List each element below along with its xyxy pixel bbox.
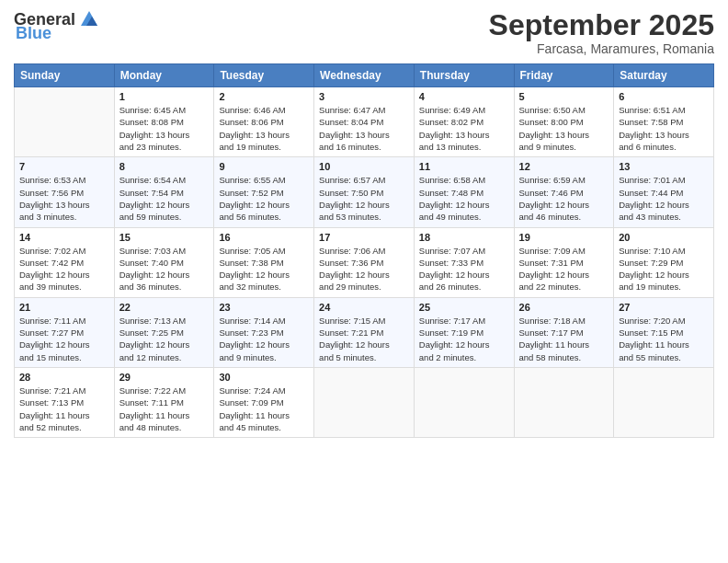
day-info: Sunrise: 7:14 AMSunset: 7:23 PMDaylight:…	[219, 315, 309, 363]
day-number: 23	[219, 302, 309, 313]
day-info: Sunrise: 6:50 AMSunset: 8:00 PMDaylight:…	[519, 104, 609, 153]
calendar-cell: 16Sunrise: 7:05 AMSunset: 7:38 PMDayligh…	[214, 227, 314, 297]
day-number: 20	[619, 232, 709, 243]
weekday-header-friday: Friday	[514, 64, 614, 87]
calendar-cell: 26Sunrise: 7:18 AMSunset: 7:17 PMDayligh…	[514, 297, 614, 367]
day-number: 8	[119, 161, 210, 172]
day-number: 28	[19, 372, 109, 383]
day-info: Sunrise: 7:11 AMSunset: 7:27 PMDaylight:…	[19, 315, 109, 363]
weekday-header-wednesday: Wednesday	[314, 64, 415, 87]
day-info: Sunrise: 6:53 AMSunset: 7:56 PMDaylight:…	[19, 174, 109, 223]
day-info: Sunrise: 6:51 AMSunset: 7:58 PMDaylight:…	[619, 104, 709, 153]
day-info: Sunrise: 6:57 AMSunset: 7:50 PMDaylight:…	[319, 174, 409, 223]
weekday-header-row: SundayMondayTuesdayWednesdayThursdayFrid…	[15, 64, 714, 87]
weekday-header-saturday: Saturday	[614, 64, 714, 87]
day-info: Sunrise: 6:46 AMSunset: 8:06 PMDaylight:…	[219, 104, 309, 153]
day-info: Sunrise: 6:54 AMSunset: 7:54 PMDaylight:…	[119, 174, 210, 223]
logo-icon	[79, 9, 99, 29]
day-info: Sunrise: 7:20 AMSunset: 7:15 PMDaylight:…	[619, 315, 709, 363]
day-number: 2	[219, 91, 309, 102]
day-info: Sunrise: 7:24 AMSunset: 7:09 PMDaylight:…	[219, 385, 309, 433]
day-number: 22	[119, 302, 210, 313]
day-number: 24	[319, 302, 409, 313]
calendar-cell: 19Sunrise: 7:09 AMSunset: 7:31 PMDayligh…	[514, 227, 614, 297]
day-number: 13	[619, 161, 709, 172]
calendar-cell: 24Sunrise: 7:15 AMSunset: 7:21 PMDayligh…	[314, 297, 415, 367]
calendar-cell: 14Sunrise: 7:02 AMSunset: 7:42 PMDayligh…	[15, 227, 115, 297]
day-number: 18	[419, 232, 509, 243]
subtitle: Farcasa, Maramures, Romania	[489, 41, 714, 56]
day-number: 14	[19, 232, 109, 243]
day-number: 11	[419, 161, 509, 172]
month-title: September 2025	[489, 9, 714, 41]
day-info: Sunrise: 7:22 AMSunset: 7:11 PMDaylight:…	[119, 385, 210, 433]
calendar-cell: 17Sunrise: 7:06 AMSunset: 7:36 PMDayligh…	[314, 227, 415, 297]
calendar-cell: 5Sunrise: 6:50 AMSunset: 8:00 PMDaylight…	[514, 87, 614, 157]
day-info: Sunrise: 7:06 AMSunset: 7:36 PMDaylight:…	[319, 245, 409, 293]
day-info: Sunrise: 6:59 AMSunset: 7:46 PMDaylight:…	[519, 174, 609, 223]
calendar-cell: 1Sunrise: 6:45 AMSunset: 8:08 PMDaylight…	[114, 87, 214, 157]
day-number: 29	[119, 372, 210, 383]
day-number: 9	[219, 161, 309, 172]
day-info: Sunrise: 7:17 AMSunset: 7:19 PMDaylight:…	[419, 315, 509, 363]
day-info: Sunrise: 7:02 AMSunset: 7:42 PMDaylight:…	[19, 245, 109, 293]
day-info: Sunrise: 6:47 AMSunset: 8:04 PMDaylight:…	[319, 104, 409, 153]
calendar-table: SundayMondayTuesdayWednesdayThursdayFrid…	[14, 63, 714, 438]
day-info: Sunrise: 6:49 AMSunset: 8:02 PMDaylight:…	[419, 104, 509, 153]
day-info: Sunrise: 7:10 AMSunset: 7:29 PMDaylight:…	[619, 245, 709, 293]
day-number: 26	[519, 302, 609, 313]
day-number: 5	[519, 91, 609, 102]
calendar-week-row: 28Sunrise: 7:21 AMSunset: 7:13 PMDayligh…	[15, 367, 714, 437]
weekday-header-thursday: Thursday	[414, 64, 514, 87]
calendar-cell: 8Sunrise: 6:54 AMSunset: 7:54 PMDaylight…	[114, 157, 214, 227]
day-info: Sunrise: 7:07 AMSunset: 7:33 PMDaylight:…	[419, 245, 509, 293]
calendar-week-row: 7Sunrise: 6:53 AMSunset: 7:56 PMDaylight…	[15, 157, 714, 227]
calendar-cell: 2Sunrise: 6:46 AMSunset: 8:06 PMDaylight…	[214, 87, 314, 157]
day-number: 21	[19, 302, 109, 313]
day-number: 27	[619, 302, 709, 313]
day-info: Sunrise: 7:03 AMSunset: 7:40 PMDaylight:…	[119, 245, 210, 293]
day-number: 19	[519, 232, 609, 243]
calendar-cell: 11Sunrise: 6:58 AMSunset: 7:48 PMDayligh…	[414, 157, 514, 227]
day-number: 6	[619, 91, 709, 102]
calendar-cell: 25Sunrise: 7:17 AMSunset: 7:19 PMDayligh…	[414, 297, 514, 367]
day-number: 12	[519, 161, 609, 172]
weekday-header-sunday: Sunday	[15, 64, 115, 87]
calendar-cell: 15Sunrise: 7:03 AMSunset: 7:40 PMDayligh…	[114, 227, 214, 297]
day-info: Sunrise: 7:05 AMSunset: 7:38 PMDaylight:…	[219, 245, 309, 293]
day-info: Sunrise: 7:18 AMSunset: 7:17 PMDaylight:…	[519, 315, 609, 363]
calendar-cell: 21Sunrise: 7:11 AMSunset: 7:27 PMDayligh…	[15, 297, 115, 367]
calendar-cell: 10Sunrise: 6:57 AMSunset: 7:50 PMDayligh…	[314, 157, 415, 227]
calendar-cell	[514, 367, 614, 437]
calendar-week-row: 1Sunrise: 6:45 AMSunset: 8:08 PMDaylight…	[15, 87, 714, 157]
day-info: Sunrise: 6:58 AMSunset: 7:48 PMDaylight:…	[419, 174, 509, 223]
calendar-cell: 20Sunrise: 7:10 AMSunset: 7:29 PMDayligh…	[614, 227, 714, 297]
logo-text-blue: Blue	[16, 24, 51, 43]
calendar-cell: 4Sunrise: 6:49 AMSunset: 8:02 PMDaylight…	[414, 87, 514, 157]
calendar-cell: 27Sunrise: 7:20 AMSunset: 7:15 PMDayligh…	[614, 297, 714, 367]
calendar-cell: 13Sunrise: 7:01 AMSunset: 7:44 PMDayligh…	[614, 157, 714, 227]
calendar-cell	[614, 367, 714, 437]
calendar-cell: 28Sunrise: 7:21 AMSunset: 7:13 PMDayligh…	[15, 367, 115, 437]
day-number: 10	[319, 161, 409, 172]
day-number: 15	[119, 232, 210, 243]
weekday-header-tuesday: Tuesday	[214, 64, 314, 87]
calendar-week-row: 21Sunrise: 7:11 AMSunset: 7:27 PMDayligh…	[15, 297, 714, 367]
calendar-cell: 30Sunrise: 7:24 AMSunset: 7:09 PMDayligh…	[214, 367, 314, 437]
calendar-cell	[414, 367, 514, 437]
day-info: Sunrise: 7:09 AMSunset: 7:31 PMDaylight:…	[519, 245, 609, 293]
day-number: 7	[19, 161, 109, 172]
day-number: 25	[419, 302, 509, 313]
day-number: 30	[219, 372, 309, 383]
day-info: Sunrise: 7:13 AMSunset: 7:25 PMDaylight:…	[119, 315, 210, 363]
calendar-cell: 29Sunrise: 7:22 AMSunset: 7:11 PMDayligh…	[114, 367, 214, 437]
calendar-cell: 7Sunrise: 6:53 AMSunset: 7:56 PMDaylight…	[15, 157, 115, 227]
calendar-cell: 6Sunrise: 6:51 AMSunset: 7:58 PMDaylight…	[614, 87, 714, 157]
calendar-cell	[314, 367, 415, 437]
calendar-cell: 23Sunrise: 7:14 AMSunset: 7:23 PMDayligh…	[214, 297, 314, 367]
calendar-week-row: 14Sunrise: 7:02 AMSunset: 7:42 PMDayligh…	[15, 227, 714, 297]
day-info: Sunrise: 6:45 AMSunset: 8:08 PMDaylight:…	[119, 104, 210, 153]
weekday-header-monday: Monday	[114, 64, 214, 87]
day-number: 16	[219, 232, 309, 243]
day-info: Sunrise: 7:01 AMSunset: 7:44 PMDaylight:…	[619, 174, 709, 223]
